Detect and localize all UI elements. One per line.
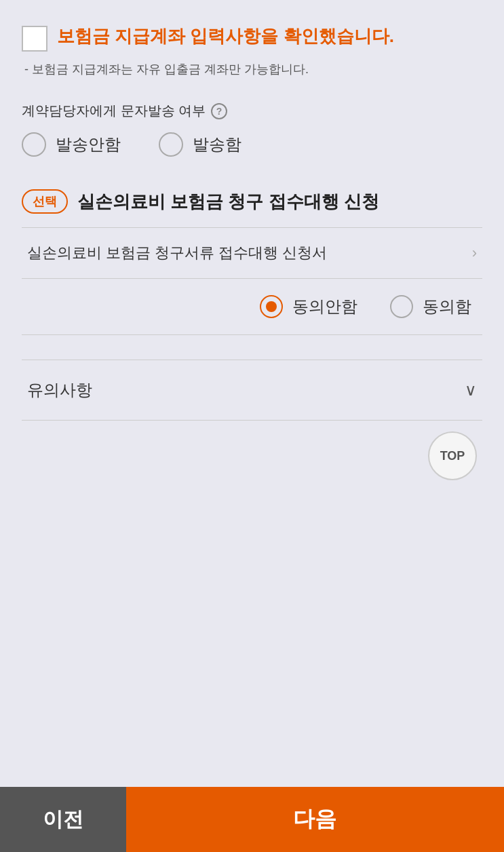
sms-yes-label: 발송함	[193, 134, 241, 155]
caution-label: 유의사항	[27, 379, 92, 401]
sms-label-text: 계약담당자에게 문자발송 여부	[22, 102, 206, 120]
sms-label: 계약담당자에게 문자발송 여부 ?	[22, 102, 482, 120]
confirm-row: 보험금 지급계좌 입력사항을 확인했습니다.	[22, 24, 482, 52]
agree-no-label: 동의안함	[292, 296, 357, 317]
sms-yes-option[interactable]: 발송함	[159, 132, 241, 157]
agree-yes-radio[interactable]	[390, 295, 413, 318]
sms-no-radio[interactable]	[22, 132, 46, 157]
confirm-subtitle: - 보험금 지급계좌는 자유 입출금 계좌만 가능합니다.	[22, 61, 482, 77]
application-list-item[interactable]: 실손의료비 보험금 청구서류 접수대행 신청서 ›	[22, 228, 482, 279]
next-button[interactable]: 다음	[126, 787, 504, 852]
confirm-title: 보험금 지급계좌 입력사항을 확인했습니다.	[57, 24, 394, 48]
agree-yes-label: 동의함	[423, 296, 471, 317]
chevron-down-icon: ∨	[465, 381, 477, 400]
sms-yes-radio[interactable]	[159, 132, 183, 157]
question-icon[interactable]: ?	[211, 103, 227, 119]
agree-no-radio[interactable]	[260, 295, 283, 318]
agree-no-option[interactable]: 동의안함	[260, 295, 357, 318]
agree-radio-group: 동의안함 동의함	[22, 279, 482, 335]
caution-row[interactable]: 유의사항 ∨	[22, 360, 482, 421]
spacer	[22, 335, 482, 360]
badge-select: 선택	[22, 189, 68, 214]
chevron-right-icon: ›	[472, 244, 477, 262]
sms-radio-group: 발송안함 발송함	[22, 132, 482, 157]
application-list-text: 실손의료비 보험금 청구서류 접수대행 신청서	[27, 243, 327, 263]
sms-no-option[interactable]: 발송안함	[22, 132, 121, 157]
top-btn-row: TOP	[22, 421, 482, 486]
agree-yes-option[interactable]: 동의함	[390, 295, 471, 318]
top-button[interactable]: TOP	[428, 431, 477, 480]
footer: 이전 다음	[0, 787, 504, 852]
confirm-checkbox[interactable]	[22, 26, 47, 52]
prev-button[interactable]: 이전	[0, 787, 126, 852]
section-title: 실손의료비 보험금 청구 접수대행 신청	[77, 190, 379, 214]
section-header: 선택 실손의료비 보험금 청구 접수대행 신청	[22, 189, 482, 214]
sms-no-label: 발송안함	[56, 134, 121, 155]
